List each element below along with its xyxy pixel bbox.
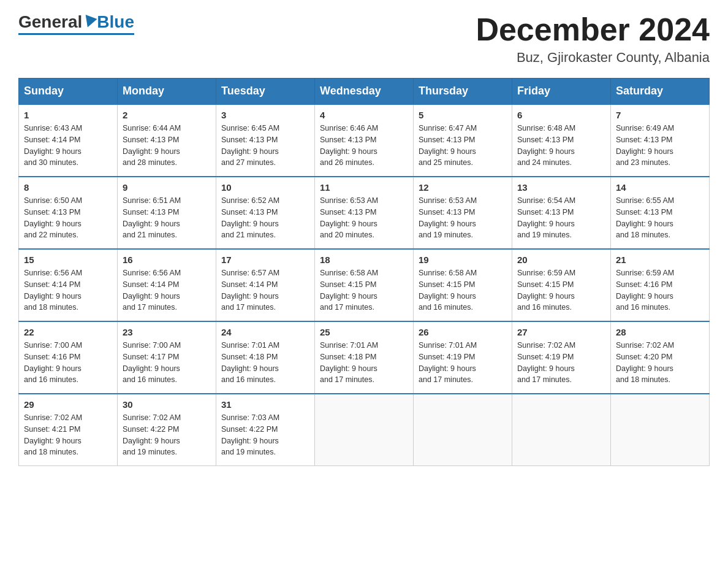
day-number: 11 xyxy=(320,182,408,193)
col-thursday: Thursday xyxy=(414,79,512,105)
day-info: Sunrise: 6:49 AMSunset: 4:13 PMDaylight:… xyxy=(616,123,704,169)
day-number: 5 xyxy=(419,110,507,120)
calendar-subtitle: Buz, Gjirokaster County, Albania xyxy=(476,50,710,66)
day-info: Sunrise: 6:55 AMSunset: 4:13 PMDaylight:… xyxy=(616,195,704,241)
table-row: 24 Sunrise: 7:01 AMSunset: 4:18 PMDaylig… xyxy=(216,321,315,394)
table-row: 20 Sunrise: 6:59 AMSunset: 4:15 PMDaylig… xyxy=(512,249,611,321)
day-number: 15 xyxy=(24,255,112,265)
table-row: 12 Sunrise: 6:53 AMSunset: 4:13 PMDaylig… xyxy=(414,177,512,249)
logo-triangle-icon xyxy=(82,15,97,29)
day-info: Sunrise: 6:50 AMSunset: 4:13 PMDaylight:… xyxy=(24,195,112,241)
day-number: 14 xyxy=(616,182,704,193)
day-info: Sunrise: 6:44 AMSunset: 4:13 PMDaylight:… xyxy=(123,123,211,169)
day-info: Sunrise: 6:59 AMSunset: 4:16 PMDaylight:… xyxy=(616,267,704,313)
day-number: 18 xyxy=(320,255,408,265)
table-row: 3 Sunrise: 6:45 AMSunset: 4:13 PMDayligh… xyxy=(216,104,315,177)
day-info: Sunrise: 7:02 AMSunset: 4:22 PMDaylight:… xyxy=(123,412,211,458)
day-number: 24 xyxy=(221,327,309,337)
day-info: Sunrise: 6:46 AMSunset: 4:13 PMDaylight:… xyxy=(320,123,408,169)
logo-text: General Blue xyxy=(18,12,134,32)
day-number: 6 xyxy=(517,110,605,120)
table-row: 8 Sunrise: 6:50 AMSunset: 4:13 PMDayligh… xyxy=(19,177,118,249)
table-row: 16 Sunrise: 6:56 AMSunset: 4:14 PMDaylig… xyxy=(118,249,216,321)
table-row: 2 Sunrise: 6:44 AMSunset: 4:13 PMDayligh… xyxy=(118,104,216,177)
day-number: 4 xyxy=(320,110,408,120)
logo-general: General xyxy=(18,12,82,32)
day-number: 26 xyxy=(419,327,507,337)
calendar-header-row: Sunday Monday Tuesday Wednesday Thursday… xyxy=(19,79,710,105)
table-row: 27 Sunrise: 7:02 AMSunset: 4:19 PMDaylig… xyxy=(512,321,611,394)
day-number: 7 xyxy=(616,110,704,120)
calendar-title: December 2024 xyxy=(476,12,710,47)
table-row: 13 Sunrise: 6:54 AMSunset: 4:13 PMDaylig… xyxy=(512,177,611,249)
day-info: Sunrise: 6:58 AMSunset: 4:15 PMDaylight:… xyxy=(320,267,408,313)
day-number: 31 xyxy=(221,399,309,410)
table-row: 28 Sunrise: 7:02 AMSunset: 4:20 PMDaylig… xyxy=(611,321,710,394)
table-row: 25 Sunrise: 7:01 AMSunset: 4:18 PMDaylig… xyxy=(315,321,414,394)
table-row xyxy=(315,394,414,466)
table-row: 14 Sunrise: 6:55 AMSunset: 4:13 PMDaylig… xyxy=(611,177,710,249)
day-number: 9 xyxy=(123,182,211,193)
table-row: 5 Sunrise: 6:47 AMSunset: 4:13 PMDayligh… xyxy=(414,104,512,177)
day-number: 23 xyxy=(123,327,211,337)
day-number: 16 xyxy=(123,255,211,265)
day-info: Sunrise: 7:03 AMSunset: 4:22 PMDaylight:… xyxy=(221,412,309,458)
col-monday: Monday xyxy=(118,79,216,105)
logo: General Blue xyxy=(18,12,134,35)
table-row: 30 Sunrise: 7:02 AMSunset: 4:22 PMDaylig… xyxy=(118,394,216,466)
day-info: Sunrise: 6:51 AMSunset: 4:13 PMDaylight:… xyxy=(123,195,211,241)
day-number: 21 xyxy=(616,255,704,265)
day-number: 3 xyxy=(221,110,309,120)
col-saturday: Saturday xyxy=(611,79,710,105)
day-info: Sunrise: 6:54 AMSunset: 4:13 PMDaylight:… xyxy=(517,195,605,241)
day-info: Sunrise: 7:01 AMSunset: 4:19 PMDaylight:… xyxy=(419,340,507,386)
day-info: Sunrise: 6:57 AMSunset: 4:14 PMDaylight:… xyxy=(221,267,309,313)
week-row-1: 1 Sunrise: 6:43 AMSunset: 4:14 PMDayligh… xyxy=(19,104,710,177)
table-row: 17 Sunrise: 6:57 AMSunset: 4:14 PMDaylig… xyxy=(216,249,315,321)
day-info: Sunrise: 6:59 AMSunset: 4:15 PMDaylight:… xyxy=(517,267,605,313)
day-info: Sunrise: 7:00 AMSunset: 4:16 PMDaylight:… xyxy=(24,340,112,386)
day-info: Sunrise: 7:02 AMSunset: 4:20 PMDaylight:… xyxy=(616,340,704,386)
day-number: 10 xyxy=(221,182,309,193)
page-header: General Blue December 2024 Buz, Gjirokas… xyxy=(18,12,710,66)
table-row: 9 Sunrise: 6:51 AMSunset: 4:13 PMDayligh… xyxy=(118,177,216,249)
table-row: 15 Sunrise: 6:56 AMSunset: 4:14 PMDaylig… xyxy=(19,249,118,321)
table-row: 29 Sunrise: 7:02 AMSunset: 4:21 PMDaylig… xyxy=(19,394,118,466)
table-row: 6 Sunrise: 6:48 AMSunset: 4:13 PMDayligh… xyxy=(512,104,611,177)
col-sunday: Sunday xyxy=(19,79,118,105)
day-number: 12 xyxy=(419,182,507,193)
day-number: 19 xyxy=(419,255,507,265)
table-row: 21 Sunrise: 6:59 AMSunset: 4:16 PMDaylig… xyxy=(611,249,710,321)
logo-blue: Blue xyxy=(97,12,134,32)
col-friday: Friday xyxy=(512,79,611,105)
day-info: Sunrise: 6:45 AMSunset: 4:13 PMDaylight:… xyxy=(221,123,309,169)
day-number: 27 xyxy=(517,327,605,337)
day-number: 30 xyxy=(123,399,211,410)
table-row: 11 Sunrise: 6:53 AMSunset: 4:13 PMDaylig… xyxy=(315,177,414,249)
table-row: 18 Sunrise: 6:58 AMSunset: 4:15 PMDaylig… xyxy=(315,249,414,321)
day-number: 17 xyxy=(221,255,309,265)
col-wednesday: Wednesday xyxy=(315,79,414,105)
table-row xyxy=(512,394,611,466)
table-row: 7 Sunrise: 6:49 AMSunset: 4:13 PMDayligh… xyxy=(611,104,710,177)
day-number: 28 xyxy=(616,327,704,337)
day-info: Sunrise: 6:47 AMSunset: 4:13 PMDaylight:… xyxy=(419,123,507,169)
title-area: December 2024 Buz, Gjirokaster County, A… xyxy=(476,12,710,66)
day-info: Sunrise: 6:53 AMSunset: 4:13 PMDaylight:… xyxy=(419,195,507,241)
table-row: 26 Sunrise: 7:01 AMSunset: 4:19 PMDaylig… xyxy=(414,321,512,394)
day-info: Sunrise: 7:02 AMSunset: 4:19 PMDaylight:… xyxy=(517,340,605,386)
day-number: 1 xyxy=(24,110,112,120)
week-row-2: 8 Sunrise: 6:50 AMSunset: 4:13 PMDayligh… xyxy=(19,177,710,249)
table-row xyxy=(414,394,512,466)
day-info: Sunrise: 6:56 AMSunset: 4:14 PMDaylight:… xyxy=(24,267,112,313)
table-row: 22 Sunrise: 7:00 AMSunset: 4:16 PMDaylig… xyxy=(19,321,118,394)
day-info: Sunrise: 6:48 AMSunset: 4:13 PMDaylight:… xyxy=(517,123,605,169)
day-info: Sunrise: 6:53 AMSunset: 4:13 PMDaylight:… xyxy=(320,195,408,241)
day-number: 8 xyxy=(24,182,112,193)
day-info: Sunrise: 6:58 AMSunset: 4:15 PMDaylight:… xyxy=(419,267,507,313)
calendar-table: Sunday Monday Tuesday Wednesday Thursday… xyxy=(18,78,710,466)
day-number: 2 xyxy=(123,110,211,120)
day-number: 29 xyxy=(24,399,112,410)
day-number: 13 xyxy=(517,182,605,193)
week-row-3: 15 Sunrise: 6:56 AMSunset: 4:14 PMDaylig… xyxy=(19,249,710,321)
